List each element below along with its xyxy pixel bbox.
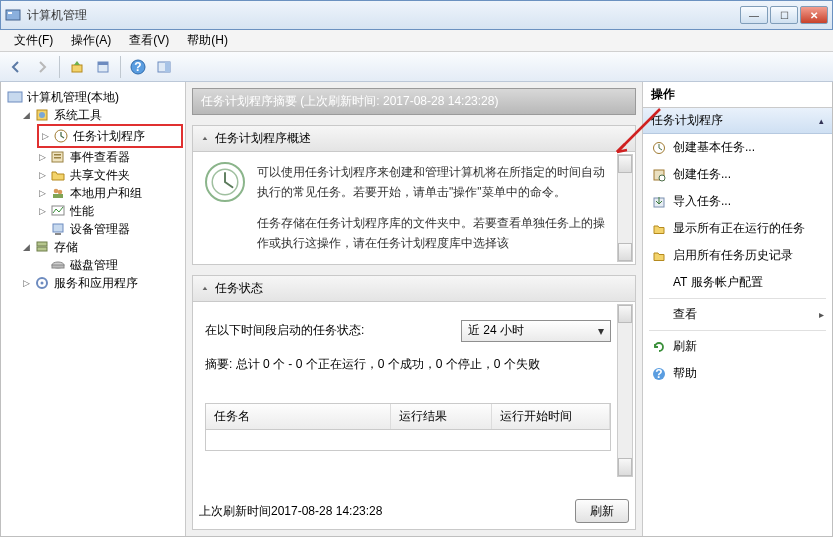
svg-rect-9 [8, 92, 22, 102]
svg-text:?: ? [655, 367, 662, 381]
tree-device-manager[interactable]: ▷ 设备管理器 [3, 220, 183, 238]
menu-file[interactable]: 文件(F) [6, 30, 61, 51]
tree-system-tools[interactable]: ◢ 系统工具 [3, 106, 183, 124]
device-icon [50, 221, 66, 237]
scrollbar[interactable] [617, 304, 633, 477]
tree-performance[interactable]: ▷ 性能 [3, 202, 183, 220]
svg-rect-8 [165, 62, 170, 72]
action-import-task[interactable]: 导入任务... [643, 188, 832, 215]
svg-rect-23 [37, 247, 47, 251]
table-body [206, 430, 610, 450]
tree-task-scheduler-highlight: ▷ 任务计划程序 [37, 124, 183, 148]
status-period-label: 在以下时间段启动的任务状态: [205, 322, 451, 339]
expand-icon[interactable]: ▷ [37, 206, 48, 217]
separator [649, 298, 826, 299]
menu-view[interactable]: 查看(V) [121, 30, 177, 51]
refresh-icon [651, 339, 667, 355]
action-view[interactable]: 查看 [643, 301, 832, 328]
expand-icon[interactable]: ▷ [40, 131, 51, 142]
expand-icon[interactable]: ▷ [37, 170, 48, 181]
svg-point-17 [58, 190, 63, 195]
properties-button[interactable] [91, 55, 115, 79]
action-create-basic-task[interactable]: 创建基本任务... [643, 134, 832, 161]
clock-icon [651, 140, 667, 156]
tree-storage[interactable]: ◢ 存储 [3, 238, 183, 256]
tree-event-viewer[interactable]: ▷ 事件查看器 [3, 148, 183, 166]
expand-icon[interactable]: ▷ [37, 188, 48, 199]
toolbar-separator [120, 56, 121, 78]
scrollbar[interactable] [617, 154, 633, 262]
action-enable-history[interactable]: 启用所有任务历史记录 [643, 242, 832, 269]
collapse-icon[interactable]: ◢ [21, 110, 32, 121]
minimize-button[interactable] [740, 6, 768, 24]
collapse-icon[interactable]: ◢ [21, 242, 32, 253]
col-task-name[interactable]: 任务名 [206, 404, 391, 429]
action-refresh[interactable]: 刷新 [643, 333, 832, 360]
action-create-task[interactable]: 创建任务... [643, 161, 832, 188]
status-group-header[interactable]: 任务状态 [193, 276, 635, 302]
back-button[interactable] [4, 55, 28, 79]
clock-icon [53, 128, 69, 144]
overview-group-header[interactable]: 任务计划程序概述 [193, 126, 635, 152]
svg-rect-1 [8, 12, 12, 14]
folder-icon [651, 221, 667, 237]
maximize-button[interactable] [770, 6, 798, 24]
tree-root[interactable]: 计算机管理(本地) [3, 88, 183, 106]
status-group: 任务状态 在以下时间段启动的任务状态: 近 24 小时 摘要: 总计 0 个 -… [192, 275, 636, 530]
menu-action[interactable]: 操作(A) [63, 30, 119, 51]
menu-help[interactable]: 帮助(H) [179, 30, 236, 51]
menu-bar: 文件(F) 操作(A) 查看(V) 帮助(H) [0, 30, 833, 52]
clock-icon [205, 162, 245, 202]
expand-icon[interactable]: ▷ [37, 152, 48, 163]
overview-group: 任务计划程序概述 可以使用任务计划程序来创建和管理计算机将在所指定的时间自动执行… [192, 125, 636, 265]
forward-button[interactable] [30, 55, 54, 79]
overview-text: 可以使用任务计划程序来创建和管理计算机将在所指定的时间自动执行的常见任务。若要开… [257, 162, 611, 254]
svg-rect-15 [54, 157, 61, 159]
svg-point-11 [39, 112, 45, 118]
disk-icon [50, 257, 66, 273]
svg-point-31 [659, 175, 665, 181]
task-table[interactable]: 任务名 运行结果 运行开始时间 [205, 403, 611, 451]
tree-task-scheduler[interactable]: ▷ 任务计划程序 [40, 127, 147, 145]
navigation-tree[interactable]: 计算机管理(本地) ◢ 系统工具 ▷ 任务计划程序 ▷ 事件查看器 ▷ 共享文件 [1, 82, 186, 536]
svg-rect-22 [37, 242, 47, 246]
action-at-service[interactable]: AT 服务帐户配置 [643, 269, 832, 296]
svg-point-16 [54, 189, 59, 194]
action-help[interactable]: ? 帮助 [643, 360, 832, 387]
content-pane: 任务计划程序摘要 (上次刷新时间: 2017-08-28 14:23:28) 任… [186, 82, 642, 536]
separator [649, 330, 826, 331]
col-run-result[interactable]: 运行结果 [391, 404, 492, 429]
refresh-button[interactable]: 刷新 [575, 499, 629, 523]
help-icon: ? [651, 366, 667, 382]
summary-header: 任务计划程序摘要 (上次刷新时间: 2017-08-28 14:23:28) [192, 88, 636, 115]
actions-category[interactable]: 任务计划程序 [643, 108, 832, 134]
actions-header: 操作 [643, 82, 832, 108]
toolbar-separator [59, 56, 60, 78]
tree-disk-mgmt[interactable]: ▷ 磁盘管理 [3, 256, 183, 274]
action-show-running[interactable]: 显示所有正在运行的任务 [643, 215, 832, 242]
svg-rect-0 [6, 10, 20, 20]
col-start-time[interactable]: 运行开始时间 [492, 404, 610, 429]
period-dropdown[interactable]: 近 24 小时 [461, 320, 611, 342]
help-button[interactable]: ? [126, 55, 150, 79]
app-icon [5, 7, 21, 23]
users-icon [50, 185, 66, 201]
import-icon [651, 194, 667, 210]
show-hide-pane-button[interactable] [152, 55, 176, 79]
tree-shared-folders[interactable]: ▷ 共享文件夹 [3, 166, 183, 184]
svg-rect-21 [55, 233, 61, 235]
svg-rect-4 [98, 62, 108, 65]
toolbar: ? [0, 52, 833, 82]
up-button[interactable] [65, 55, 89, 79]
svg-rect-25 [52, 265, 64, 268]
close-button[interactable] [800, 6, 828, 24]
svg-rect-20 [53, 224, 63, 232]
tree-services-apps[interactable]: ▷ 服务和应用程序 [3, 274, 183, 292]
actions-pane: 操作 任务计划程序 创建基本任务... 创建任务... 导入任务... 显示所有… [642, 82, 832, 536]
storage-icon [34, 239, 50, 255]
expand-icon[interactable]: ▷ [21, 278, 32, 289]
folder-icon [50, 167, 66, 183]
svg-rect-14 [54, 154, 61, 156]
tree-local-users[interactable]: ▷ 本地用户和组 [3, 184, 183, 202]
svg-rect-18 [53, 194, 63, 198]
